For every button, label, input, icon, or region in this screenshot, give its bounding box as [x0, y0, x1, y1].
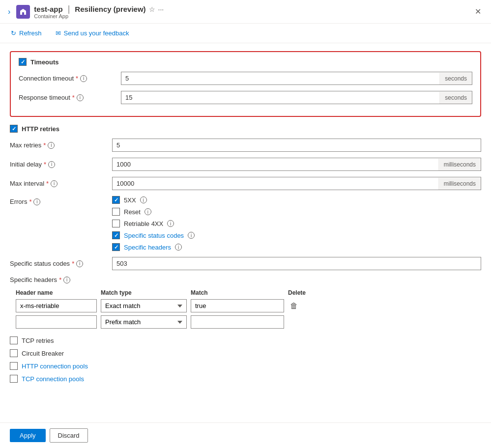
page-title: Resiliency (preview) [75, 5, 145, 13]
specific-status-codes-input[interactable] [113, 257, 481, 270]
app-icon [16, 5, 30, 19]
http-retries-label: HTTP retries [22, 125, 59, 133]
error-retriable4xx-label: Retriable 4XX [124, 220, 163, 227]
timeouts-checkbox[interactable]: ✓ [19, 58, 27, 66]
errors-group: ✓ 5XX i Reset i Retriable 4XX i [112, 196, 195, 251]
col-delete: Delete [288, 289, 313, 296]
tcp-connection-pools-row: TCP connection pools [10, 375, 481, 383]
headers-table-header-row: Header name Match type Match Delete [16, 289, 481, 296]
close-button[interactable]: ✕ [471, 5, 485, 18]
response-timeout-unit: seconds [439, 92, 472, 104]
http-connection-pools-label: HTTP connection pools [22, 363, 88, 370]
error-5xx-info-icon[interactable]: i [140, 196, 147, 203]
errors-label: Errors * i [10, 196, 108, 205]
max-retries-input-wrapper [112, 139, 481, 152]
initial-delay-label: Initial delay * i [10, 161, 108, 168]
tcp-connection-pools-label: TCP connection pools [22, 375, 84, 383]
headers-table-row-1: Exact match Prefix match Regex match 🗑 [16, 299, 481, 312]
delete-row-1-button[interactable]: 🗑 [288, 300, 300, 312]
footer: Apply Discard [0, 422, 491, 448]
specific-headers-label-row: Specific headers * i [10, 276, 481, 283]
header-name-input-2[interactable] [16, 315, 97, 329]
connection-timeout-input-wrapper: seconds [121, 72, 472, 85]
error-retriable4xx-checkbox[interactable] [112, 220, 120, 227]
max-retries-info-icon[interactable]: i [48, 142, 55, 149]
header-name-input-1[interactable] [16, 299, 97, 312]
timeouts-header: ✓ Timeouts [19, 58, 472, 66]
specific-status-codes-input-wrapper [112, 257, 481, 270]
max-interval-input-wrapper: milliseconds [112, 177, 481, 190]
error-specific-status-label: Specific status codes [124, 232, 184, 239]
http-connection-pools-row: HTTP connection pools [10, 362, 481, 370]
timeouts-label: Timeouts [30, 58, 59, 66]
connection-timeout-info-icon[interactable]: i [80, 75, 87, 82]
response-timeout-info-icon[interactable]: i [77, 94, 84, 101]
max-retries-input[interactable] [113, 139, 481, 151]
tcp-retries-row: TCP retries [10, 336, 481, 344]
title-left: › test-app | Resiliency (preview) ☆ ··· … [6, 4, 164, 19]
match-value-input-2[interactable] [191, 315, 284, 329]
error-reset-checkbox[interactable] [112, 208, 120, 216]
connection-timeout-label: Connection timeout * i [19, 75, 117, 82]
feedback-button[interactable]: ✉ Send us your feedback [53, 28, 132, 39]
error-5xx-row: ✓ 5XX i [112, 196, 195, 204]
main-content: ✓ Timeouts Connection timeout * i second… [0, 43, 491, 420]
app-subtitle: Container App [34, 13, 164, 19]
title-bar: › test-app | Resiliency (preview) ☆ ··· … [0, 0, 491, 24]
circuit-breaker-row: Circuit Breaker [10, 349, 481, 357]
refresh-label: Refresh [19, 29, 42, 37]
connection-timeout-unit: seconds [439, 73, 472, 84]
favorite-icon[interactable]: ☆ [149, 5, 155, 13]
match-value-input-1[interactable] [191, 299, 284, 312]
error-specific-status-checkbox[interactable]: ✓ [112, 231, 120, 239]
initial-delay-info-icon[interactable]: i [48, 161, 55, 168]
error-5xx-checkbox[interactable]: ✓ [112, 196, 120, 204]
apply-button[interactable]: Apply [10, 429, 46, 442]
http-connection-pools-checkbox[interactable] [10, 362, 18, 370]
initial-delay-input-wrapper: milliseconds [112, 158, 481, 171]
circuit-breaker-checkbox[interactable] [10, 349, 18, 357]
circuit-breaker-label: Circuit Breaker [22, 350, 64, 357]
connection-timeout-input[interactable] [121, 72, 439, 84]
col-match: Match [191, 289, 284, 296]
initial-delay-input[interactable] [113, 158, 438, 170]
timeouts-section: ✓ Timeouts Connection timeout * i second… [10, 51, 481, 117]
error-retriable4xx-row: Retriable 4XX i [112, 220, 195, 227]
max-retries-row: Max retries * i [10, 139, 481, 152]
error-specific-status-info-icon[interactable]: i [188, 232, 195, 239]
tcp-retries-checkbox[interactable] [10, 336, 18, 344]
max-interval-info-icon[interactable]: i [51, 180, 58, 187]
nav-back-icon[interactable]: › [6, 5, 12, 18]
max-interval-label: Max interval * i [10, 180, 108, 187]
checkmark-icon-2: ✓ [12, 126, 16, 132]
errors-info-icon[interactable]: i [33, 198, 40, 205]
refresh-icon: ↻ [11, 29, 16, 37]
specific-headers-info-icon[interactable]: i [63, 277, 70, 283]
match-type-select-1[interactable]: Exact match Prefix match Regex match [101, 299, 187, 312]
initial-delay-row: Initial delay * i milliseconds [10, 158, 481, 171]
error-specific-headers-checkbox[interactable]: ✓ [112, 243, 120, 251]
toolbar: ↻ Refresh ✉ Send us your feedback [0, 24, 491, 43]
more-options-icon[interactable]: ··· [158, 5, 164, 13]
response-timeout-input[interactable] [121, 91, 439, 104]
error-retriable4xx-info-icon[interactable]: i [167, 220, 174, 227]
bottom-checkboxes: TCP retries Circuit Breaker HTTP connect… [10, 336, 481, 383]
refresh-button[interactable]: ↻ Refresh [8, 28, 45, 39]
match-type-select-2[interactable]: Exact match Prefix match Regex match [101, 315, 187, 329]
headers-table-row-2: Exact match Prefix match Regex match [16, 315, 481, 329]
required-star-2: * [72, 94, 75, 101]
required-star: * [76, 75, 78, 82]
error-specific-headers-info-icon[interactable]: i [175, 244, 182, 251]
tcp-retries-label: TCP retries [22, 337, 54, 344]
errors-row: Errors * i ✓ 5XX i Reset i [10, 196, 481, 251]
http-retries-checkbox[interactable]: ✓ [10, 125, 18, 133]
specific-headers-field-label: Specific headers * i [10, 276, 108, 283]
error-reset-info-icon[interactable]: i [144, 208, 151, 215]
http-retries-header: ✓ HTTP retries [10, 125, 481, 133]
discard-button[interactable]: Discard [50, 428, 88, 443]
error-specific-status-row: ✓ Specific status codes i [112, 231, 195, 239]
initial-delay-unit: milliseconds [438, 159, 481, 170]
tcp-connection-pools-checkbox[interactable] [10, 375, 18, 383]
specific-status-codes-info-icon[interactable]: i [76, 260, 83, 267]
max-interval-input[interactable] [113, 177, 438, 190]
